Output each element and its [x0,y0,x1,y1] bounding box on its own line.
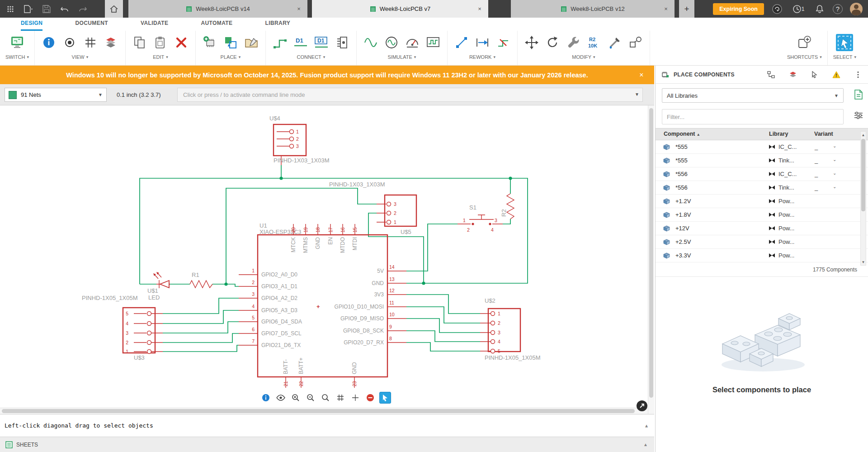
place-from-library-icon[interactable] [222,34,239,51]
component-row[interactable]: *555 Tink... _ [656,154,868,167]
library-manager-icon[interactable] [854,89,863,101]
ref-label[interactable]: U$4 [269,115,280,122]
component-u3[interactable]: PINHD-1X05_1X05M 5 4 3 2 1 U$3 [82,295,163,361]
panel-menu-dots-icon[interactable] [853,69,863,80]
menu-tab-design[interactable]: DESIGN [21,20,42,31]
document-tab-active[interactable]: Week8-LoicPCB v7 × [312,0,488,18]
net-wire[interactable] [163,298,239,314]
net-wire[interactable] [163,333,239,343]
move-icon[interactable] [523,34,540,51]
extend-arrow-icon[interactable] [474,34,491,51]
select-mode-button[interactable] [379,392,391,404]
variant-dropdown-icon[interactable] [833,143,840,148]
schematic-canvas[interactable]: 1 2 3 U$4 PINHD-1X03_1X03M PINHD-1X03_1X… [0,105,654,414]
net-wire[interactable] [163,345,239,352]
net-label-icon[interactable]: D1 [292,34,309,51]
document-tab[interactable]: Week8-LoicPCB v12 × [511,0,675,18]
ref-label[interactable]: R1 [192,271,199,278]
save-button[interactable] [41,3,52,15]
ref-label[interactable]: U$1 [147,287,158,294]
ref-label[interactable]: U$2 [485,297,495,304]
ref-label[interactable]: U$3 [134,354,145,361]
ripup-icon[interactable] [495,34,512,51]
ref-label[interactable]: U$5 [401,228,411,235]
component-row[interactable]: *556 IC_C... _ [656,167,868,181]
help-button[interactable]: ? [833,4,843,14]
shortcuts-icon[interactable] [796,34,813,51]
canvas-vertical-scrollbar[interactable] [648,105,654,414]
value-label[interactable]: PINHD-1X03_1X03M [329,181,385,188]
column-component[interactable]: Component [664,131,699,137]
expiring-soon-badge[interactable]: Expiring Soon [713,3,764,15]
app-launcher-icon[interactable] [5,3,16,15]
zoom-out-button[interactable] [305,392,316,404]
probe-meter-icon[interactable] [404,34,421,51]
canvas-horizontal-scrollbar[interactable] [0,408,648,414]
command-line-input[interactable] [177,88,643,102]
redo-button[interactable] [77,3,89,15]
selection-filter-icon[interactable] [809,69,820,80]
design-tree-icon[interactable] [766,69,777,80]
add-component-icon[interactable] [201,34,218,51]
nets-dropdown[interactable]: 91 Nets ▼ [5,88,107,102]
variant-dropdown-icon[interactable] [833,184,840,189]
component-row[interactable]: +1.2V Pow... [656,195,868,208]
component-row[interactable]: +1.8V Pow... [656,208,868,222]
component-u4[interactable]: 1 2 3 U$4 PINHD-1X03_1X03M [269,115,330,165]
visibility-eye-icon[interactable] [61,34,78,51]
component-u1[interactable]: U1 XIAO-ESP32C3 1 2 3 4 5 6 7 GPIO2_A0_D… [239,222,406,388]
canvas-crosshair-button[interactable] [349,392,361,404]
filter-options-icon[interactable] [854,111,863,121]
waveform-probe-icon[interactable] [425,34,442,51]
filter-input[interactable] [662,109,844,124]
canvas-info-button[interactable] [260,392,272,404]
paste-icon[interactable] [152,34,169,51]
variant-dropdown-icon[interactable] [833,157,840,162]
tab-close-icon[interactable]: × [476,5,484,13]
scroll-down-icon[interactable]: ▼ [861,259,866,265]
component-led[interactable]: U$1 LED [147,272,170,301]
layers-panel-icon[interactable] [788,69,798,80]
menu-tab-validate[interactable]: VALIDATE [141,20,168,31]
cancel-command-button[interactable] [364,392,376,404]
switch-view-icon[interactable] [9,34,26,51]
net-wire[interactable] [163,310,239,324]
delete-icon[interactable] [173,34,190,51]
canvas-grid-button[interactable] [335,392,346,404]
component-row[interactable]: +2.5V Pow... [656,235,868,249]
net-wire[interactable] [406,343,480,351]
net-wire[interactable] [226,188,377,284]
value-label[interactable]: PINHD-1X03_1X03M [274,157,330,164]
zoom-in-button[interactable] [290,392,302,404]
file-menu-button[interactable] [23,3,34,15]
select-tool-icon[interactable] [835,33,854,52]
home-button[interactable] [105,0,123,18]
undo-button[interactable] [59,3,71,15]
component-u2[interactable]: U$2 1 2 3 4 5 PINHD-1X05_1X05M [480,297,541,361]
column-variant[interactable]: Variant [814,131,833,137]
sine-circle-icon[interactable] [383,34,400,51]
component-row[interactable]: +3.3V Pow... [656,249,868,262]
menu-tab-document[interactable]: DOCUMENT [75,20,108,31]
banner-close-icon[interactable]: × [636,70,647,81]
rotate-icon[interactable] [544,34,561,51]
zoom-window-button[interactable] [320,392,331,404]
menu-tab-automate[interactable]: AUTOMATE [201,20,232,31]
statusbar-expand-icon[interactable]: ▲ [645,423,648,428]
component-row[interactable]: *555 IC_C... _ [656,140,868,154]
component-row[interactable]: +12V Pow... [656,222,868,235]
tab-close-icon[interactable]: × [295,5,303,13]
glue-solder-icon[interactable] [606,34,623,51]
notification-bell-icon[interactable] [814,3,826,15]
component-r1[interactable]: R1 [190,271,212,288]
component-s1[interactable]: 1 2 3 4 S1 [458,204,503,233]
value-label[interactable]: PINHD-1X05_1X05M [485,354,541,361]
libraries-dropdown[interactable]: All Libraries ▼ [662,88,844,103]
document-tab[interactable]: Week8-LoicPCB v14 × [128,0,307,18]
open-library-icon[interactable] [243,34,260,51]
command-history-chevron-icon[interactable]: ▼ [635,92,639,97]
value-label[interactable]: LED [148,294,160,301]
ref-label[interactable]: S1 [469,204,476,211]
warning-icon[interactable] [831,69,842,80]
new-tab-button[interactable]: + [679,0,694,18]
